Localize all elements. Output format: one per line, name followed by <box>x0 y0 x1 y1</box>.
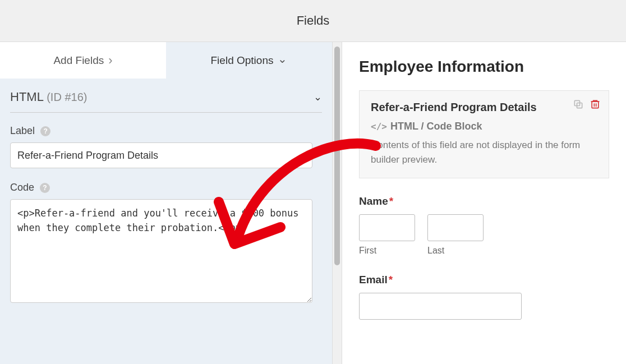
field-options-body: HTML (ID #16) ⌄ Label ? Code ? <box>0 79 332 329</box>
duplicate-icon[interactable] <box>573 99 584 110</box>
block-actions <box>573 99 601 110</box>
tab-label: Add Fields <box>53 54 104 67</box>
tab-label: Field Options <box>211 54 274 67</box>
email-field-group: Email* <box>359 274 609 320</box>
main-layout: Add Fields Field Options HTML (ID #16) ⌄… <box>0 42 626 364</box>
chevron-right-icon <box>108 53 112 68</box>
label-group: Label ? <box>10 125 322 168</box>
trash-icon[interactable] <box>590 99 601 110</box>
last-name-input[interactable] <box>427 214 484 241</box>
html-block-description: Contents of this field are not displayed… <box>371 138 597 168</box>
help-icon[interactable]: ? <box>40 183 50 193</box>
html-block-subtitle-text: HTML / Code Block <box>390 121 482 132</box>
label-input[interactable] <box>10 142 312 168</box>
code-heading: Code <box>10 182 34 193</box>
required-star: * <box>389 195 393 207</box>
email-label: Email* <box>359 274 609 286</box>
left-panel: Add Fields Field Options HTML (ID #16) ⌄… <box>0 42 332 364</box>
preview-panel: Employee Information Refer-a-Friend Prog… <box>342 42 626 364</box>
tab-field-options[interactable]: Field Options <box>166 42 332 79</box>
first-name-col: First <box>359 214 415 256</box>
label-heading: Label <box>10 125 35 137</box>
field-id-label: (ID #16) <box>47 91 87 103</box>
html-block-subtitle: </> HTML / Code Block <box>371 121 597 132</box>
last-sublabel: Last <box>427 246 484 256</box>
required-star: * <box>389 274 393 285</box>
code-label-row: Code ? <box>10 182 322 193</box>
html-block-title: Refer-a-Friend Program Details <box>371 101 597 114</box>
form-title: Employee Information <box>359 58 609 76</box>
email-label-text: Email <box>359 274 388 285</box>
code-group: Code ? <box>10 182 322 305</box>
help-icon[interactable]: ? <box>40 126 50 136</box>
html-code-block-preview[interactable]: Refer-a-Friend Program Details </> HTML … <box>359 90 609 178</box>
code-icon: </> <box>371 121 387 132</box>
email-input[interactable] <box>359 293 522 320</box>
field-type-title: HTML (ID #16) <box>10 90 87 104</box>
vertical-divider <box>332 42 342 364</box>
name-field-group: Name* First Last <box>359 195 609 256</box>
chevron-down-icon <box>278 54 287 67</box>
name-label-text: Name <box>359 195 388 207</box>
svg-rect-2 <box>592 102 599 108</box>
field-header[interactable]: HTML (ID #16) ⌄ <box>10 90 322 113</box>
chevron-down-icon: ⌄ <box>314 91 322 103</box>
name-row: First Last <box>359 214 609 256</box>
first-sublabel: First <box>359 246 415 256</box>
field-type-label: HTML <box>10 90 43 104</box>
last-name-col: Last <box>427 214 484 256</box>
label-row: Label ? <box>10 125 322 137</box>
first-name-input[interactable] <box>359 214 415 241</box>
scrollbar-thumb[interactable] <box>334 47 340 265</box>
tab-add-fields[interactable]: Add Fields <box>0 42 166 79</box>
tabs: Add Fields Field Options <box>0 42 332 79</box>
name-label: Name* <box>359 195 609 208</box>
top-bar: Fields <box>0 0 626 42</box>
code-textarea[interactable] <box>10 199 312 303</box>
page-title: Fields <box>297 13 330 28</box>
